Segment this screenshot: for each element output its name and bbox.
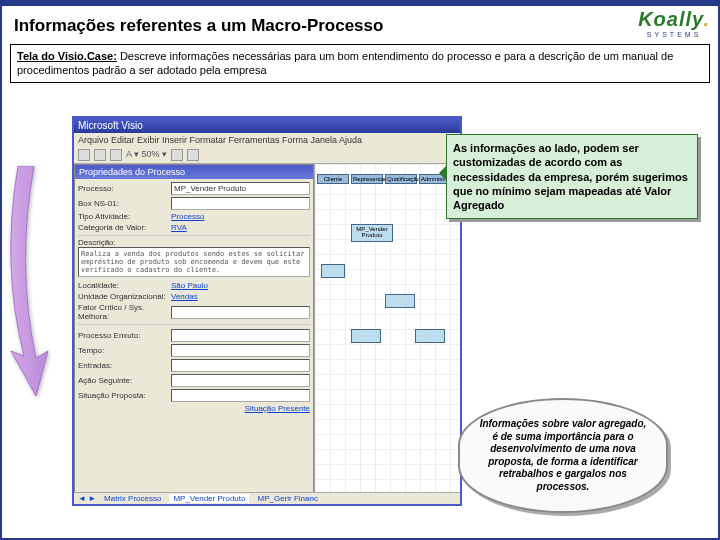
entrada-input[interactable]: [171, 359, 310, 372]
page-title: Informações referentes a um Macro-Proces…: [14, 16, 710, 36]
saida-input[interactable]: [171, 374, 310, 387]
status-link[interactable]: Situação Presente: [78, 404, 310, 413]
description-box: Tela do Visio.Case: Descreve informações…: [10, 44, 710, 83]
visio-window: Microsoft Visio Arquivo Editar Exibir In…: [72, 116, 462, 506]
org-link[interactable]: Vendas: [171, 292, 198, 301]
visio-menubar[interactable]: Arquivo Editar Exibir Inserir Formatar F…: [74, 133, 460, 147]
pe-input[interactable]: [171, 329, 310, 342]
visio-canvas[interactable]: Cliente Representante Qualificação Admin…: [314, 164, 460, 496]
logo: Koally. SYSTEMS: [638, 8, 710, 38]
visio-toolbar[interactable]: A ▾ 50% ▾: [74, 147, 460, 164]
callout-customization: As informações ao lado, podem ser custom…: [446, 134, 698, 219]
desc-textarea[interactable]: Realiza a venda dos produtos sendo estes…: [78, 247, 310, 277]
local-link[interactable]: São Paulo: [171, 281, 208, 290]
dialog-title: Propriedades do Processo: [75, 165, 313, 179]
properties-dialog: Propriedades do Processo Processo: Box N…: [74, 164, 314, 496]
tempo-input[interactable]: [171, 344, 310, 357]
who-input[interactable]: [171, 197, 310, 210]
fc-input[interactable]: [171, 306, 310, 319]
visio-tabs[interactable]: ◄ ► Matrix Processo MP_Vender Produto MP…: [74, 492, 460, 504]
callout-value-added: Informações sobre valor agregado, é de s…: [458, 398, 668, 513]
decorative-arrow: [6, 166, 66, 366]
visio-titlebar: Microsoft Visio: [74, 118, 460, 133]
process-input[interactable]: [171, 182, 310, 195]
category-link[interactable]: RVA: [171, 223, 187, 232]
sit-input[interactable]: [171, 389, 310, 402]
type-link[interactable]: Processo: [171, 212, 204, 221]
